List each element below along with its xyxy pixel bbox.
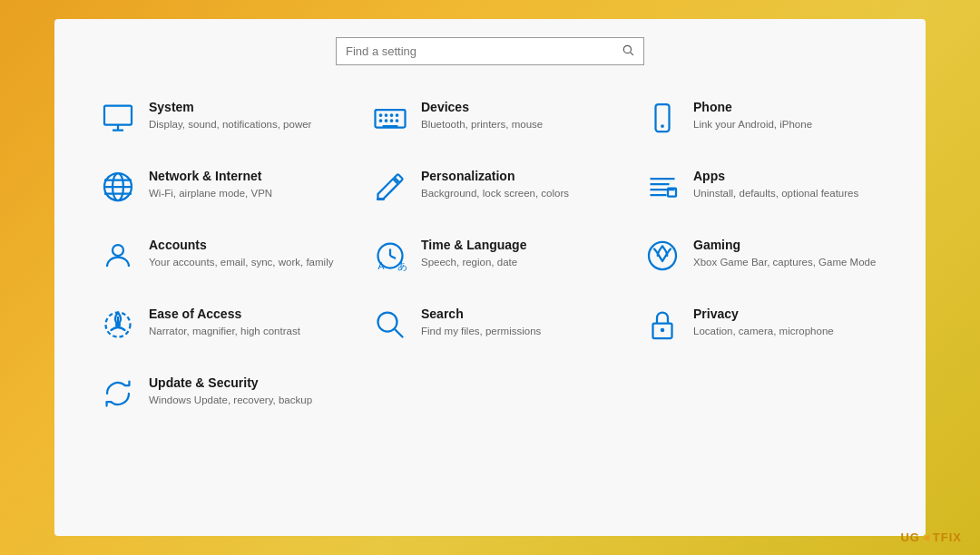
setting-desc-search: Find my files, permissions <box>421 324 541 338</box>
svg-rect-2 <box>104 106 132 125</box>
lock-icon <box>644 307 681 343</box>
settings-grid: System Display, sound, notifications, po… <box>82 83 898 428</box>
setting-title-ease: Ease of Access <box>149 307 300 321</box>
setting-item-devices[interactable]: Devices Bluetooth, printers, mouse <box>354 83 626 152</box>
svg-text:あ: あ <box>397 260 407 271</box>
setting-text-gaming: Gaming Xbox Game Bar, captures, Game Mod… <box>693 238 876 269</box>
setting-title-phone: Phone <box>693 100 812 114</box>
globe-icon <box>100 169 136 205</box>
setting-title-system: System <box>149 100 311 114</box>
update-icon <box>100 375 136 412</box>
setting-title-time: Time & Language <box>421 238 526 252</box>
setting-item-network[interactable]: Network & Internet Wi-Fi, airplane mode,… <box>82 152 354 221</box>
svg-line-39 <box>395 329 402 336</box>
setting-title-accounts: Accounts <box>149 238 333 252</box>
setting-text-update: Update & Security Windows Update, recove… <box>149 375 312 407</box>
setting-text-time: Time & Language Speech, region, date <box>421 238 526 269</box>
setting-text-ease: Ease of Access Narrator, magnifier, high… <box>149 307 300 338</box>
search-container <box>336 37 644 65</box>
setting-item-personalization[interactable]: Personalization Background, lock screen,… <box>354 152 626 221</box>
setting-title-network: Network & Internet <box>149 169 272 183</box>
apps-icon <box>644 169 681 205</box>
svg-rect-5 <box>376 110 406 128</box>
setting-item-privacy[interactable]: Privacy Location, camera, microphone <box>626 290 898 359</box>
setting-text-accounts: Accounts Your accounts, email, sync, wor… <box>149 238 333 269</box>
svg-text:A: A <box>378 260 385 271</box>
ease-icon <box>100 307 136 343</box>
setting-item-phone[interactable]: Phone Link your Android, iPhone <box>626 83 898 152</box>
search-bar <box>336 37 644 65</box>
setting-text-search: Search Find my files, permissions <box>421 307 541 338</box>
person-icon <box>100 238 136 274</box>
setting-title-privacy: Privacy <box>693 307 834 321</box>
svg-rect-22 <box>377 198 385 200</box>
setting-item-gaming[interactable]: Gaming Xbox Game Bar, captures, Game Mod… <box>626 221 898 290</box>
xbox-icon <box>644 238 681 274</box>
phone-icon <box>644 100 681 136</box>
setting-desc-phone: Link your Android, iPhone <box>693 117 812 131</box>
setting-text-devices: Devices Bluetooth, printers, mouse <box>421 100 543 131</box>
setting-text-phone: Phone Link your Android, iPhone <box>693 100 812 131</box>
setting-desc-network: Wi-Fi, airplane mode, VPN <box>149 186 272 200</box>
setting-text-privacy: Privacy Location, camera, microphone <box>693 307 834 338</box>
setting-item-system[interactable]: System Display, sound, notifications, po… <box>82 83 354 152</box>
setting-title-gaming: Gaming <box>693 238 876 252</box>
setting-title-update: Update & Security <box>149 375 312 390</box>
setting-text-network: Network & Internet Wi-Fi, airplane mode,… <box>149 169 272 200</box>
keyboard-icon <box>372 100 408 136</box>
time-icon: A あ <box>372 238 408 274</box>
setting-text-personalization: Personalization Background, lock screen,… <box>421 169 569 200</box>
setting-text-apps: Apps Uninstall, defaults, optional featu… <box>693 169 858 200</box>
svg-point-41 <box>661 328 665 333</box>
setting-desc-apps: Uninstall, defaults, optional features <box>693 186 858 200</box>
setting-item-search[interactable]: Search Find my files, permissions <box>354 290 626 359</box>
setting-item-ease[interactable]: Ease of Access Narrator, magnifier, high… <box>82 290 354 359</box>
svg-line-1 <box>631 53 633 55</box>
setting-item-accounts[interactable]: Accounts Your accounts, email, sync, wor… <box>82 221 354 290</box>
search-button[interactable] <box>622 44 634 59</box>
setting-title-personalization: Personalization <box>421 169 569 183</box>
brush-icon <box>372 169 408 205</box>
setting-desc-personalization: Background, lock screen, colors <box>421 186 569 200</box>
svg-point-0 <box>623 45 631 53</box>
svg-line-31 <box>390 256 396 258</box>
setting-desc-accounts: Your accounts, email, sync, work, family <box>149 255 333 269</box>
svg-point-28 <box>113 245 123 256</box>
setting-desc-devices: Bluetooth, printers, mouse <box>421 117 543 131</box>
setting-desc-gaming: Xbox Game Bar, captures, Game Mode <box>693 255 876 269</box>
setting-item-apps[interactable]: Apps Uninstall, defaults, optional featu… <box>626 152 898 221</box>
setting-item-update[interactable]: Update & Security Windows Update, recove… <box>82 359 354 428</box>
setting-title-search: Search <box>421 307 541 321</box>
setting-desc-update: Windows Update, recovery, backup <box>149 393 312 407</box>
setting-item-time[interactable]: A あ Time & Language Speech, region, date <box>354 221 626 290</box>
search-icon <box>372 307 408 343</box>
setting-desc-privacy: Location, camera, microphone <box>693 324 834 338</box>
setting-title-apps: Apps <box>693 169 858 183</box>
svg-point-38 <box>378 313 397 332</box>
setting-title-devices: Devices <box>421 100 543 114</box>
setting-text-system: System Display, sound, notifications, po… <box>149 100 311 131</box>
watermark: UG◄TFIX <box>900 531 962 544</box>
monitor-icon <box>100 100 136 136</box>
search-input[interactable] <box>346 44 622 58</box>
settings-window: System Display, sound, notifications, po… <box>54 19 926 536</box>
setting-desc-time: Speech, region, date <box>421 255 526 269</box>
setting-desc-system: Display, sound, notifications, power <box>149 117 311 131</box>
setting-desc-ease: Narrator, magnifier, high contrast <box>149 324 300 338</box>
